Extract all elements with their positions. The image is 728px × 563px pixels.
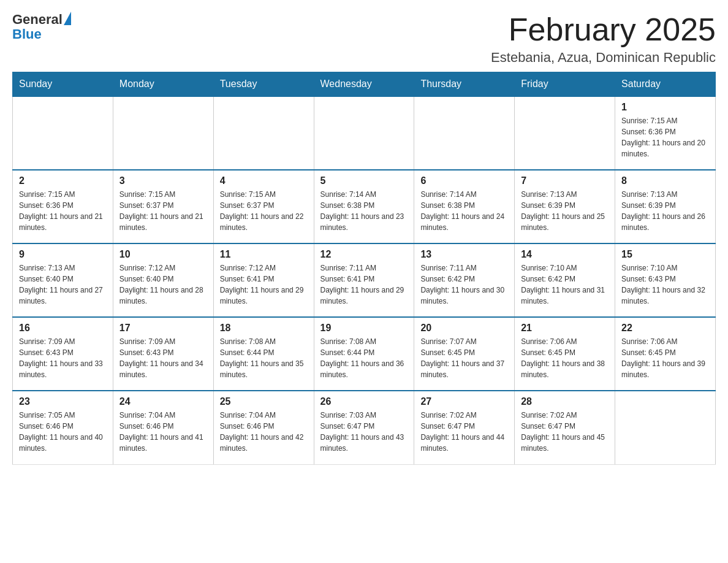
day-number: 26 [320,396,408,407]
weekday-header-sunday: Sunday [13,72,113,97]
day-number: 17 [119,323,207,334]
calendar-cell: 12Sunrise: 7:11 AMSunset: 6:41 PMDayligh… [314,243,414,317]
day-info: Sunrise: 7:04 AMSunset: 6:46 PMDaylight:… [220,410,308,454]
calendar-cell [213,96,314,170]
calendar-cell: 27Sunrise: 7:02 AMSunset: 6:47 PMDayligh… [414,391,515,464]
day-number: 14 [521,249,609,260]
calendar-cell: 2Sunrise: 7:15 AMSunset: 6:36 PMDaylight… [13,170,113,243]
day-number: 28 [521,396,609,407]
day-info: Sunrise: 7:15 AMSunset: 6:37 PMDaylight:… [119,189,207,233]
day-info: Sunrise: 7:14 AMSunset: 6:38 PMDaylight:… [420,189,508,233]
calendar-cell: 7Sunrise: 7:13 AMSunset: 6:39 PMDaylight… [515,170,615,243]
day-info: Sunrise: 7:09 AMSunset: 6:43 PMDaylight:… [19,336,107,380]
calendar-cell: 16Sunrise: 7:09 AMSunset: 6:43 PMDayligh… [13,317,113,391]
day-info: Sunrise: 7:13 AMSunset: 6:39 PMDaylight:… [521,189,609,233]
weekday-header-monday: Monday [113,72,213,97]
calendar-cell: 22Sunrise: 7:06 AMSunset: 6:45 PMDayligh… [615,317,716,391]
calendar-week-row: 1Sunrise: 7:15 AMSunset: 6:36 PMDaylight… [13,96,716,170]
day-info: Sunrise: 7:09 AMSunset: 6:43 PMDaylight:… [119,336,207,380]
day-number: 9 [19,249,107,260]
calendar-cell: 18Sunrise: 7:08 AMSunset: 6:44 PMDayligh… [213,317,314,391]
day-info: Sunrise: 7:02 AMSunset: 6:47 PMDaylight:… [521,410,609,454]
day-number: 10 [119,249,207,260]
calendar-cell [414,96,515,170]
day-number: 15 [621,249,709,260]
calendar-cell: 21Sunrise: 7:06 AMSunset: 6:45 PMDayligh… [515,317,615,391]
day-info: Sunrise: 7:11 AMSunset: 6:42 PMDaylight:… [420,262,508,307]
day-number: 24 [119,396,207,407]
title-block: February 2025 Estebania, Azua, Dominican… [491,12,716,66]
day-info: Sunrise: 7:15 AMSunset: 6:36 PMDaylight:… [19,189,107,233]
weekday-header-friday: Friday [515,72,615,97]
calendar-cell: 3Sunrise: 7:15 AMSunset: 6:37 PMDaylight… [113,170,213,243]
day-number: 1 [621,102,709,113]
day-info: Sunrise: 7:10 AMSunset: 6:42 PMDaylight:… [521,262,609,307]
day-info: Sunrise: 7:12 AMSunset: 6:40 PMDaylight:… [119,262,207,307]
day-number: 25 [220,396,308,407]
day-info: Sunrise: 7:06 AMSunset: 6:45 PMDaylight:… [621,336,709,380]
day-info: Sunrise: 7:14 AMSunset: 6:38 PMDaylight:… [320,189,408,233]
day-info: Sunrise: 7:08 AMSunset: 6:44 PMDaylight:… [220,336,308,380]
weekday-header-wednesday: Wednesday [314,72,414,97]
calendar-week-row: 16Sunrise: 7:09 AMSunset: 6:43 PMDayligh… [13,317,716,391]
calendar-cell: 4Sunrise: 7:15 AMSunset: 6:37 PMDaylight… [213,170,314,243]
calendar-cell: 14Sunrise: 7:10 AMSunset: 6:42 PMDayligh… [515,243,615,317]
day-info: Sunrise: 7:10 AMSunset: 6:43 PMDaylight:… [621,262,709,307]
calendar-week-row: 9Sunrise: 7:13 AMSunset: 6:40 PMDaylight… [13,243,716,317]
weekday-header-row: SundayMondayTuesdayWednesdayThursdayFrid… [13,72,716,97]
calendar-cell: 15Sunrise: 7:10 AMSunset: 6:43 PMDayligh… [615,243,716,317]
day-info: Sunrise: 7:15 AMSunset: 6:36 PMDaylight:… [621,115,709,159]
calendar-cell: 23Sunrise: 7:05 AMSunset: 6:46 PMDayligh… [13,391,113,464]
calendar-week-row: 2Sunrise: 7:15 AMSunset: 6:36 PMDaylight… [13,170,716,243]
calendar-cell: 9Sunrise: 7:13 AMSunset: 6:40 PMDaylight… [13,243,113,317]
calendar-cell: 20Sunrise: 7:07 AMSunset: 6:45 PMDayligh… [414,317,515,391]
weekday-header-tuesday: Tuesday [213,72,314,97]
day-number: 16 [19,323,107,334]
day-number: 22 [621,323,709,334]
calendar-cell [615,391,716,464]
day-info: Sunrise: 7:08 AMSunset: 6:44 PMDaylight:… [320,336,408,380]
day-info: Sunrise: 7:11 AMSunset: 6:41 PMDaylight:… [320,262,408,307]
day-info: Sunrise: 7:12 AMSunset: 6:41 PMDaylight:… [220,262,308,307]
calendar-cell: 8Sunrise: 7:13 AMSunset: 6:39 PMDaylight… [615,170,716,243]
logo-triangle-icon [64,12,71,25]
day-info: Sunrise: 7:04 AMSunset: 6:46 PMDaylight:… [119,410,207,454]
day-number: 18 [220,323,308,334]
month-year-title: February 2025 [491,12,716,47]
day-number: 20 [420,323,508,334]
calendar-cell: 1Sunrise: 7:15 AMSunset: 6:36 PMDaylight… [615,96,716,170]
day-number: 4 [220,175,308,186]
calendar-cell: 25Sunrise: 7:04 AMSunset: 6:46 PMDayligh… [213,391,314,464]
calendar-cell: 11Sunrise: 7:12 AMSunset: 6:41 PMDayligh… [213,243,314,317]
calendar-cell [314,96,414,170]
location-subtitle: Estebania, Azua, Dominican Republic [491,50,716,66]
day-number: 8 [621,175,709,186]
day-info: Sunrise: 7:06 AMSunset: 6:45 PMDaylight:… [521,336,609,380]
calendar-cell: 26Sunrise: 7:03 AMSunset: 6:47 PMDayligh… [314,391,414,464]
calendar-cell: 10Sunrise: 7:12 AMSunset: 6:40 PMDayligh… [113,243,213,317]
day-number: 5 [320,175,408,186]
calendar-cell: 17Sunrise: 7:09 AMSunset: 6:43 PMDayligh… [113,317,213,391]
day-number: 19 [320,323,408,334]
calendar-cell: 19Sunrise: 7:08 AMSunset: 6:44 PMDayligh… [314,317,414,391]
day-info: Sunrise: 7:13 AMSunset: 6:40 PMDaylight:… [19,262,107,307]
day-number: 12 [320,249,408,260]
day-number: 6 [420,175,508,186]
page-header: General Blue February 2025 Estebania, Az… [12,12,716,66]
day-number: 21 [521,323,609,334]
day-number: 13 [420,249,508,260]
day-info: Sunrise: 7:05 AMSunset: 6:46 PMDaylight:… [19,410,107,454]
day-number: 7 [521,175,609,186]
day-info: Sunrise: 7:02 AMSunset: 6:47 PMDaylight:… [420,410,508,454]
logo: General Blue [12,12,71,42]
weekday-header-saturday: Saturday [615,72,716,97]
calendar-cell: 6Sunrise: 7:14 AMSunset: 6:38 PMDaylight… [414,170,515,243]
day-info: Sunrise: 7:07 AMSunset: 6:45 PMDaylight:… [420,336,508,380]
logo-text-blue: Blue [12,27,42,42]
calendar-cell: 24Sunrise: 7:04 AMSunset: 6:46 PMDayligh… [113,391,213,464]
calendar-cell: 28Sunrise: 7:02 AMSunset: 6:47 PMDayligh… [515,391,615,464]
calendar-cell: 5Sunrise: 7:14 AMSunset: 6:38 PMDaylight… [314,170,414,243]
day-info: Sunrise: 7:03 AMSunset: 6:47 PMDaylight:… [320,410,408,454]
day-number: 11 [220,249,308,260]
day-number: 23 [19,396,107,407]
